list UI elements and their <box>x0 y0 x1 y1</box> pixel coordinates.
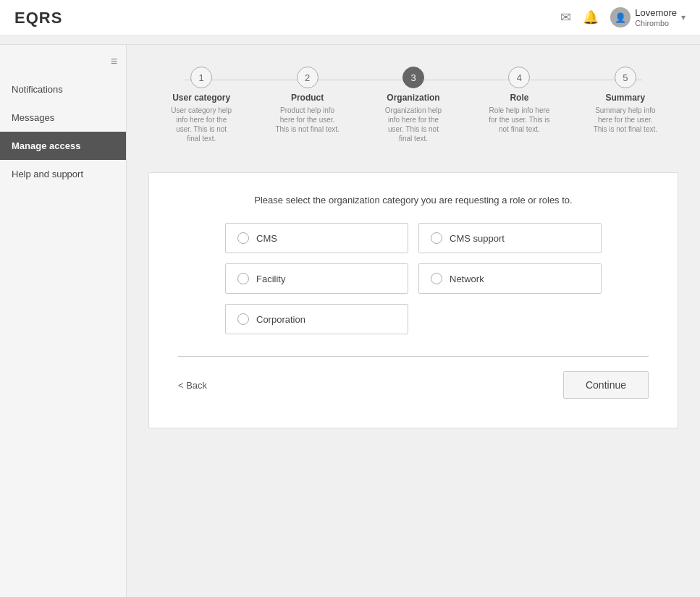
step-3-desc: Organization help info here for the user… <box>381 106 446 143</box>
option-corporation[interactable]: Corporation <box>225 304 408 334</box>
avatar: 👤 <box>610 7 631 27</box>
app-logo: EQRS <box>14 9 62 27</box>
form-instruction: Please select the organization category … <box>178 195 649 206</box>
option-cms-label: CMS <box>256 233 277 244</box>
back-link[interactable]: < Back <box>178 380 207 391</box>
step-1-desc: User category help info here for the use… <box>169 106 234 143</box>
option-network-label: Network <box>450 274 484 284</box>
header: EQRS ✉ 🔔 👤 Lovemore Chirombo ▾ <box>0 0 700 36</box>
mail-icon[interactable]: ✉ <box>560 9 571 25</box>
radio-corporation[interactable] <box>237 313 249 325</box>
step-5-label: Summary <box>605 93 645 103</box>
option-facility-label: Facility <box>256 274 285 284</box>
sidebar-item-help-and-support[interactable]: Help and support <box>0 160 126 188</box>
step-3-circle: 3 <box>402 67 424 88</box>
sidebar-item-messages[interactable]: Messages <box>0 103 126 132</box>
step-2-circle: 2 <box>297 67 319 88</box>
main-layout: ≡ Notifications Messages Manage access H… <box>0 45 700 597</box>
continue-button[interactable]: Continue <box>563 371 649 399</box>
bell-icon[interactable]: 🔔 <box>583 9 599 25</box>
step-3: 3 Organization Organization help info he… <box>360 67 466 143</box>
step-4-desc: Role help info here for the user. This i… <box>486 106 552 134</box>
header-right: ✉ 🔔 👤 Lovemore Chirombo ▾ <box>560 7 686 28</box>
step-2: 2 Product Product help info here for the… <box>254 67 360 134</box>
option-facility[interactable]: Facility <box>225 263 408 294</box>
chevron-down-icon: ▾ <box>681 12 686 22</box>
step-2-desc: Product help info here for the user. Thi… <box>275 106 340 134</box>
step-4-label: Role <box>510 93 528 103</box>
form-footer: < Back Continue <box>178 371 649 399</box>
option-corporation-label: Corporation <box>256 314 305 325</box>
step-4: 4 Role Role help info here for the user.… <box>466 67 572 134</box>
radio-cms-support[interactable] <box>431 232 442 244</box>
step-4-circle: 4 <box>508 67 530 88</box>
options-grid: CMS CMS support Facility Network <box>225 223 602 334</box>
user-name-display: Lovemore Chirombo <box>635 7 677 28</box>
step-2-label: Product <box>291 93 324 103</box>
radio-facility[interactable] <box>237 273 249 284</box>
menu-icon: ≡ <box>111 55 117 68</box>
sub-header-bar <box>0 36 700 45</box>
stepper: 1 User category User category help info … <box>148 59 678 151</box>
sidebar-item-notifications[interactable]: Notifications <box>0 75 126 103</box>
step-3-label: Organization <box>387 93 439 103</box>
step-1-circle: 1 <box>190 67 212 88</box>
user-menu[interactable]: 👤 Lovemore Chirombo ▾ <box>610 7 686 28</box>
sidebar-item-manage-access[interactable]: Manage access <box>0 132 126 160</box>
main-content: 1 User category User category help info … <box>127 45 700 597</box>
option-cms-support-label: CMS support <box>450 233 505 244</box>
step-1-label: User category <box>172 93 230 103</box>
sidebar-toggle[interactable]: ≡ <box>0 52 126 75</box>
option-cms-support[interactable]: CMS support <box>418 223 602 253</box>
step-1: 1 User category User category help info … <box>148 67 254 143</box>
radio-network[interactable] <box>431 273 442 284</box>
sidebar: ≡ Notifications Messages Manage access H… <box>0 45 127 597</box>
option-cms[interactable]: CMS <box>225 223 408 253</box>
footer-divider <box>178 356 649 357</box>
form-area: Please select the organization category … <box>148 172 678 428</box>
step-5-circle: 5 <box>615 67 636 88</box>
option-network[interactable]: Network <box>418 263 602 294</box>
step-5: 5 Summary Summary help info here for the… <box>573 67 678 134</box>
radio-cms[interactable] <box>237 232 249 244</box>
step-5-desc: Summary help info here for the user. Thi… <box>593 106 658 134</box>
